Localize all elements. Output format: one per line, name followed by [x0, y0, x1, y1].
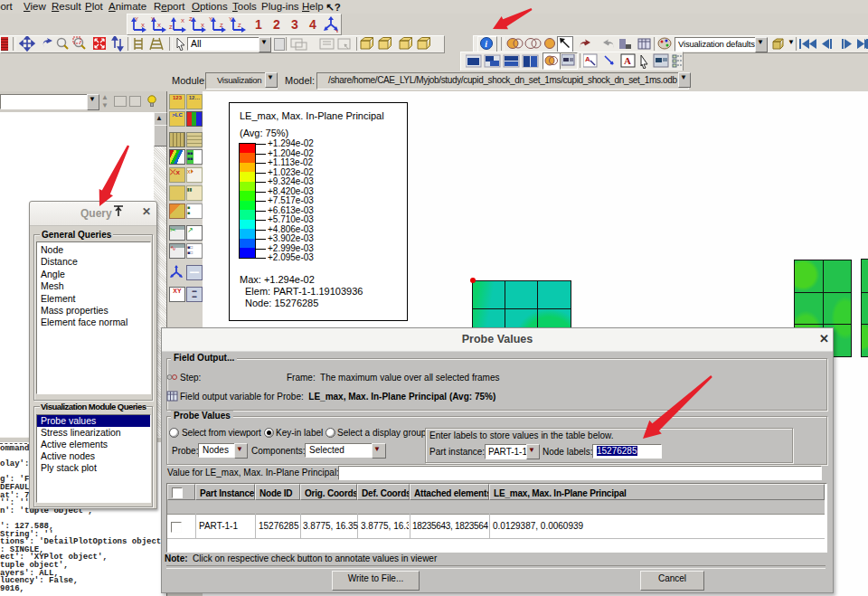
svg-text:X: X	[201, 23, 204, 28]
svg-text:Y: Y	[209, 16, 212, 22]
svg-text:Z: Z	[220, 23, 223, 28]
svg-text:Y: Y	[151, 16, 155, 22]
svg-text:Z: Z	[169, 24, 173, 30]
svg-text:Z: Z	[189, 16, 193, 22]
svg-text:A: A	[624, 55, 631, 66]
svg-text:i: i	[485, 39, 487, 49]
svg-text:X: X	[157, 23, 161, 28]
svg-text:Y: Y	[229, 16, 232, 22]
svg-text:A: A	[585, 55, 590, 63]
svg-text:X: X	[181, 18, 184, 24]
svg-text:Y: Y	[135, 16, 138, 22]
svg-text:X: X	[141, 23, 145, 28]
svg-text:Z: Z	[238, 23, 241, 28]
